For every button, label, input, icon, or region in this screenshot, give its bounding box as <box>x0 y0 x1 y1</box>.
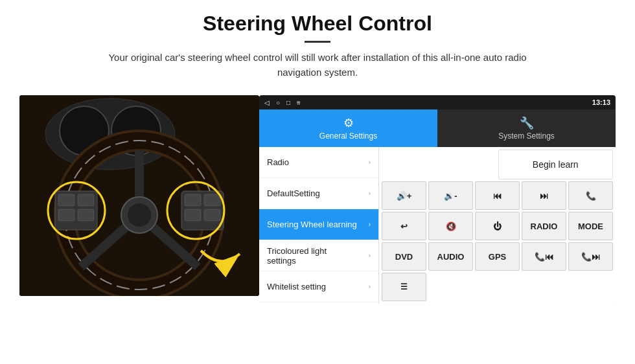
menu-item-tricolour[interactable]: Tricoloured lightsettings › <box>259 240 378 271</box>
prev-icon: ⏮ <box>493 191 502 201</box>
tab-general-label: General Settings <box>319 131 377 141</box>
menu-icon[interactable]: ≡ <box>297 99 301 106</box>
menu-item-default[interactable]: DefaultSetting › <box>259 178 378 209</box>
steering-bg <box>19 95 259 296</box>
mode-label: MODE <box>578 222 603 231</box>
next-icon: ⏭ <box>540 191 548 201</box>
main-content: ◁ ○ □ ≡ 13:13 ⚙ General Settings 🔧 Syste… <box>0 95 635 304</box>
home-icon[interactable]: ○ <box>276 99 280 106</box>
power-icon: ⏻ <box>493 222 502 231</box>
menu-radio-label: Radio <box>267 157 369 167</box>
prev-track-button[interactable]: ⏮ <box>475 181 520 210</box>
chevron-right-icon: › <box>369 283 371 290</box>
power-button[interactable]: ⏻ <box>475 212 520 240</box>
phone-prev-icon: 📞⏮ <box>535 252 553 262</box>
svg-point-13 <box>128 203 151 227</box>
svg-rect-18 <box>58 209 75 221</box>
chevron-right-icon: › <box>369 159 371 166</box>
page-title: Steering Wheel Control <box>26 12 609 36</box>
page-subtitle: Your original car's steering wheel contr… <box>91 51 544 80</box>
single-btn-row: ☰ <box>382 273 613 301</box>
return-icon: ↩ <box>400 222 408 231</box>
control-row-2: ↩ 🔇 ⏻ RADIO MODE <box>382 212 613 240</box>
list-icon: ☰ <box>400 282 408 291</box>
vol-down-icon: 🔉- <box>444 191 457 201</box>
system-icon: 🔧 <box>520 116 534 130</box>
begin-learn-button[interactable]: Begin learn <box>498 150 614 179</box>
menu-tricolour-label: Tricoloured lightsettings <box>267 246 369 266</box>
tab-system[interactable]: 🔧 System Settings <box>437 109 616 147</box>
title-divider <box>305 41 330 43</box>
chevron-right-icon: › <box>369 221 371 228</box>
phone-prev-button[interactable]: 📞⏮ <box>522 242 566 271</box>
menu-item-steering[interactable]: Steering Wheel learning › <box>259 209 378 240</box>
control-row-3: DVD AUDIO GPS 📞⏮ 📞⏭ <box>382 242 613 271</box>
list-icon-button[interactable]: ☰ <box>382 273 426 301</box>
svg-rect-16 <box>58 194 75 206</box>
mute-icon: 🔇 <box>446 222 456 231</box>
mute-button[interactable]: 🔇 <box>428 212 473 240</box>
status-bar: ◁ ○ □ ≡ 13:13 <box>259 95 616 109</box>
gear-icon: ⚙ <box>343 116 354 130</box>
menu-steering-label: Steering Wheel learning <box>267 220 369 229</box>
return-button[interactable]: ↩ <box>382 212 426 240</box>
top-tabs: ⚙ General Settings 🔧 System Settings <box>259 109 616 147</box>
menu-item-whitelist[interactable]: Whitelist setting › <box>259 271 378 302</box>
mode-button[interactable]: MODE <box>568 212 613 240</box>
chevron-right-icon: › <box>369 190 371 197</box>
status-bar-nav: ◁ ○ □ ≡ <box>264 99 301 106</box>
android-ui: ◁ ○ □ ≡ 13:13 ⚙ General Settings 🔧 Syste… <box>259 95 616 304</box>
gps-button[interactable]: GPS <box>475 242 520 271</box>
vol-down-button[interactable]: 🔉- <box>428 181 473 210</box>
menu-item-radio[interactable]: Radio › <box>259 147 378 178</box>
svg-rect-22 <box>185 209 201 221</box>
radio-button[interactable]: RADIO <box>522 212 566 240</box>
control-row-1: 🔊+ 🔉- ⏮ ⏭ 📞 <box>382 181 613 210</box>
chevron-right-icon: › <box>369 252 371 259</box>
audio-label: AUDIO <box>437 252 465 262</box>
left-menu: Radio › DefaultSetting › Steering Wheel … <box>259 147 379 304</box>
menu-whitelist-label: Whitelist setting <box>267 282 369 291</box>
begin-learn-row: Begin learn <box>382 150 613 179</box>
gps-label: GPS <box>489 252 506 262</box>
svg-rect-20 <box>185 194 201 206</box>
audio-button[interactable]: AUDIO <box>428 242 473 271</box>
svg-rect-21 <box>204 194 220 206</box>
svg-rect-23 <box>204 209 220 221</box>
radio-label: RADIO <box>531 222 558 231</box>
phone-button[interactable]: 📞 <box>568 181 613 210</box>
tab-general[interactable]: ⚙ General Settings <box>259 109 437 147</box>
svg-rect-17 <box>78 194 94 206</box>
right-panel: Begin learn 🔊+ 🔉- ⏮ ⏭ <box>379 147 616 304</box>
dvd-label: DVD <box>395 252 413 262</box>
status-time: 13:13 <box>592 98 610 106</box>
empty-cell <box>382 150 496 179</box>
vol-up-button[interactable]: 🔊+ <box>382 181 426 210</box>
phone-icon: 📞 <box>586 191 596 201</box>
dvd-button[interactable]: DVD <box>382 242 426 271</box>
svg-rect-19 <box>78 209 94 221</box>
recent-icon[interactable]: □ <box>286 99 290 106</box>
vol-up-icon: 🔊+ <box>397 191 412 201</box>
page-header: Steering Wheel Control Your original car… <box>0 0 635 86</box>
menu-default-label: DefaultSetting <box>267 188 369 198</box>
phone-next-button[interactable]: 📞⏭ <box>568 242 613 271</box>
steering-wheel-image <box>19 95 259 296</box>
tab-system-label: System Settings <box>498 131 555 141</box>
content-area: Radio › DefaultSetting › Steering Wheel … <box>259 147 616 304</box>
back-icon[interactable]: ◁ <box>264 99 270 106</box>
phone-next-icon: 📞⏭ <box>581 252 600 262</box>
next-track-button[interactable]: ⏭ <box>522 181 566 210</box>
